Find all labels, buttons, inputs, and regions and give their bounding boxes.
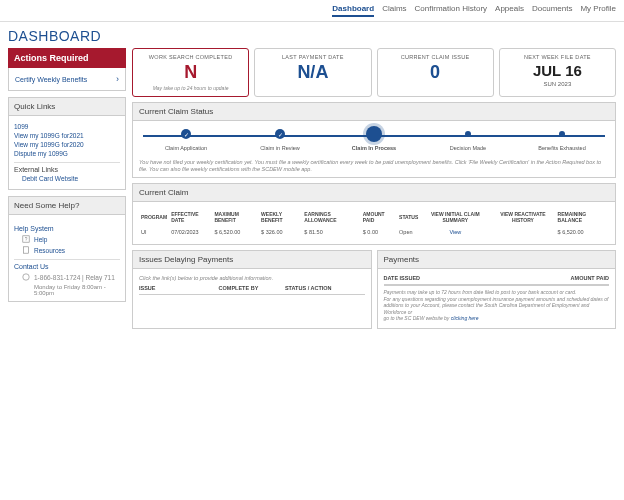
- stat-claim-issue: CURRENT CLAIM ISSUE 0: [377, 48, 494, 97]
- svg-text:?: ?: [25, 237, 28, 242]
- help-system-header: Help System: [14, 225, 120, 232]
- top-nav: Dashboard Claims Confirmation History Ap…: [0, 0, 624, 22]
- svg-rect-2: [24, 247, 29, 253]
- current-claim-table: PROGRAM EFFECTIVE DATE MAXIMUM BENEFIT W…: [139, 208, 609, 238]
- action-item-label: Certify Weekly Benefits: [15, 76, 87, 83]
- claim-status-note: You have not filed your weekly certifica…: [133, 155, 615, 177]
- issues-note: Click the link(s) below to provide addit…: [139, 275, 365, 281]
- help-link-help[interactable]: ? Help: [22, 235, 120, 243]
- stat-next-file-date: NEXT WEEK FILE DATE JUL 16 SUN 2023: [499, 48, 616, 97]
- help-panel: Need Some Help? Help System ? Help Resou…: [8, 196, 126, 302]
- payments-section: Payments DATE ISSUED AMOUNT PAID Payment…: [377, 250, 617, 329]
- sc-dew-link[interactable]: clicking here: [451, 315, 479, 321]
- nav-my-profile[interactable]: My Profile: [580, 4, 616, 17]
- step-review-icon: [275, 129, 285, 139]
- quick-links-header: Quick Links: [9, 98, 125, 116]
- payments-header: Payments: [378, 251, 616, 269]
- step-in-process-icon: [366, 126, 382, 142]
- stat-last-payment: LAST PAYMENT DATE N/A: [254, 48, 371, 97]
- payments-columns: DATE ISSUED AMOUNT PAID: [384, 275, 610, 285]
- nav-appeals[interactable]: Appeals: [495, 4, 524, 17]
- step-application-icon: [181, 129, 191, 139]
- contact-us-header: Contact Us: [14, 259, 120, 270]
- nav-confirmation-history[interactable]: Confirmation History: [415, 4, 487, 17]
- external-link-debit-card[interactable]: Debit Card Website: [22, 175, 120, 182]
- contact-phone: 1-866-831-1724 | Relay 711: [22, 273, 120, 281]
- issues-columns: ISSUE COMPLETE BY STATUS / ACTION: [139, 285, 365, 295]
- chevron-right-icon: ›: [116, 74, 119, 84]
- document-icon: [22, 246, 30, 254]
- nav-documents[interactable]: Documents: [532, 4, 572, 17]
- phone-icon: [22, 273, 30, 281]
- svg-point-3: [23, 274, 29, 280]
- quicklink-1099g-2020[interactable]: View my 1099G for2020: [14, 141, 120, 148]
- claim-progress: Claim Application Claim in Review Claim …: [133, 121, 615, 155]
- external-links-header: External Links: [14, 162, 120, 173]
- question-icon: ?: [22, 235, 30, 243]
- stat-cards: WORK SEARCH COMPLETED N May take up to 2…: [132, 48, 616, 97]
- step-decision-icon: [465, 131, 471, 137]
- actions-required-header: Actions Required: [8, 48, 126, 68]
- claim-status-header: Current Claim Status: [133, 103, 615, 121]
- view-claim-summary-link[interactable]: View: [449, 229, 461, 235]
- quicklink-dispute-1099g[interactable]: Dispute my 1099G: [14, 150, 120, 157]
- issues-header: Issues Delaying Payments: [133, 251, 371, 269]
- current-claim-header: Current Claim: [133, 184, 615, 202]
- help-header: Need Some Help?: [9, 197, 125, 215]
- quick-links-panel: Quick Links 1099 View my 1099G for2021 V…: [8, 97, 126, 190]
- stat-work-search: WORK SEARCH COMPLETED N May take up to 2…: [132, 48, 249, 97]
- issues-section: Issues Delaying Payments Click the link(…: [132, 250, 372, 329]
- nav-dashboard[interactable]: Dashboard: [332, 4, 374, 17]
- nav-claims[interactable]: Claims: [382, 4, 406, 17]
- help-link-resources[interactable]: Resources: [22, 246, 120, 254]
- contact-hours: Monday to Friday 8:00am - 5:00pm: [22, 284, 120, 296]
- quicklink-1099g-2021[interactable]: View my 1099G for2021: [14, 132, 120, 139]
- table-row: UI 07/02/2023 $ 6,520.00 $ 326.00 $ 81.5…: [139, 226, 609, 238]
- step-exhausted-icon: [559, 131, 565, 137]
- payments-footnote: Payments may take up to 72 hours from da…: [384, 285, 610, 322]
- current-claim-section: Current Claim PROGRAM EFFECTIVE DATE MAX…: [132, 183, 616, 245]
- claim-status-section: Current Claim Status Claim Application C…: [132, 102, 616, 178]
- page-title: DASHBOARD: [0, 22, 624, 44]
- quicklink-1099[interactable]: 1099: [14, 123, 120, 130]
- action-certify-weekly-benefits[interactable]: Certify Weekly Benefits ›: [8, 68, 126, 91]
